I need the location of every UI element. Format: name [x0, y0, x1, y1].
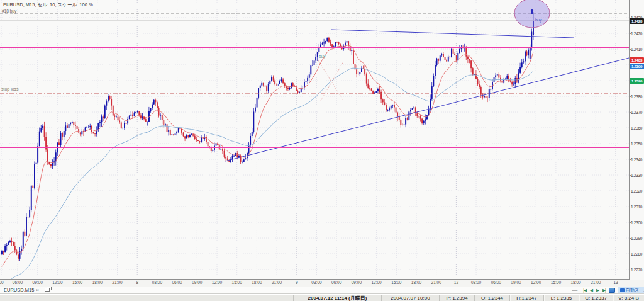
status-cell-2: P: 1.2394: [439, 295, 474, 301]
time-axis-label: 09:00: [352, 280, 362, 285]
stop-loss-label: stop loss: [1, 87, 19, 91]
time-axis-label: 00: [0, 280, 4, 285]
go-first-button[interactable]: |◀: [582, 287, 587, 293]
price-axis-label: 1.2420: [631, 31, 642, 36]
time-axis-label: 18:00: [570, 280, 580, 285]
time-axis-label: 21:00: [112, 280, 122, 285]
trade-marker-label: buy: [319, 54, 326, 59]
lower-trendline[interactable]: [225, 58, 629, 161]
price-axis-label: 1.2410: [631, 47, 642, 52]
time-axis-label: 15:00: [232, 280, 242, 285]
chart-tab-bar: EURUSD,M15 × — |◀ ◀ ▶ ▶| 自動ズーム: [0, 287, 644, 294]
chart-nav-toolbar: — |◀ ◀ ▶ ▶| 自動ズーム: [569, 287, 644, 294]
price-tag-1.2390: 1.2390: [630, 78, 644, 84]
chart-title: EURUSD, M15, セル: 10, スケール: 100 %: [3, 2, 93, 8]
price-axis-label: 1.2360: [631, 126, 642, 130]
trade-marker-label: buy: [535, 18, 542, 23]
trade-position-label: #18 buy: [2, 9, 16, 13]
time-axis-label: 03:00: [152, 280, 162, 285]
price-axis-label: 1.2350: [631, 142, 642, 146]
price-axis-label: 1.2320: [631, 189, 642, 193]
status-cell-3: O: 1.2344: [474, 295, 509, 301]
chart-plot-area[interactable]: buybuy EURUSD, M15, セル: 10, スケール: 100 % …: [0, 0, 630, 280]
time-axis-label: 15:00: [551, 280, 561, 285]
time-axis-label: 03:00: [471, 280, 481, 285]
status-cell-0: 2004.07.12 11:14 (月曜日): [293, 295, 381, 301]
time-axis-label: 06:00: [491, 280, 501, 285]
time-axis-label: 09:00: [192, 280, 202, 285]
price-axis-label: 1.2370: [631, 110, 642, 115]
ma-slow-line[interactable]: [2, 68, 533, 279]
price-axis-label: 1.2280: [631, 252, 642, 256]
time-axis-label: 12:00: [531, 280, 541, 285]
time-axis-label: 18:00: [92, 280, 103, 285]
tab-label: EURUSD,M15: [4, 287, 34, 293]
price-tag-1.2403: 1.2403: [630, 57, 644, 63]
time-axis-label: 06:00: [13, 280, 23, 285]
collapse-button[interactable]: —: [569, 287, 580, 293]
time-axis-label: 21:00: [591, 280, 601, 285]
time-axis-label: 18:00: [411, 280, 421, 285]
price-tag-1.2428: 1.2428: [630, 18, 644, 24]
upper-trendline[interactable]: [331, 30, 574, 38]
candles: [1, 12, 534, 261]
status-cell-5: L: 1.2335: [543, 295, 579, 301]
time-axis-label: 09:00: [511, 280, 521, 285]
price-axis-label: 1.2300: [631, 220, 642, 225]
time-axis-label: 03:00: [311, 280, 321, 285]
time-axis-label: 12:00: [371, 280, 381, 285]
step-back-button[interactable]: ◀: [589, 287, 593, 293]
price-axis-label: 1.2290: [631, 236, 642, 241]
time-axis-label: 12:00: [212, 280, 222, 285]
new-window-icon[interactable]: [45, 287, 52, 293]
time-axis-day-label: 13: [613, 280, 618, 285]
status-cell-6: C: 1.2337: [579, 295, 613, 301]
time-axis-label: 21:00: [431, 280, 441, 285]
price-axis-label: 1.2340: [631, 157, 642, 162]
status-bar: 2004.07.12 11:14 (月曜日)2004.07.07 10:00P:…: [0, 294, 644, 301]
price-axis-label: 1.2330: [631, 173, 642, 178]
go-last-button[interactable]: ▶|: [602, 287, 606, 293]
time-axis-label: 09:00: [33, 280, 43, 285]
auto-zoom-label: 自動ズーム: [626, 287, 644, 293]
tab-eurusd-m15[interactable]: EURUSD,M15 ×: [0, 287, 56, 294]
time-axis-label: 06:00: [331, 280, 341, 285]
auto-zoom-icon: [620, 288, 625, 292]
price-axis-label: 1.2380: [631, 94, 642, 99]
price-axis-label: 1.2270: [631, 268, 642, 272]
time-axis-label: 18:00: [252, 280, 262, 285]
time-axis-label: 06:00: [172, 280, 182, 285]
status-cell-1: 2004.07.07 10:00: [381, 295, 439, 301]
time-axis[interactable]: 0006:0009:0012:0015:0018:0021:00803:0006…: [0, 280, 644, 287]
ma-fast-line[interactable]: [2, 45, 533, 267]
price-chart-svg[interactable]: buybuy: [0, 0, 629, 279]
price-axis[interactable]: 1.24301.24201.24101.23801.23701.23601.23…: [630, 0, 644, 280]
time-axis-day-label: 8: [136, 280, 138, 285]
time-axis-day-label: 12: [454, 280, 458, 285]
status-cell-4: H:1.2347: [509, 295, 543, 301]
time-axis-label: 15:00: [391, 280, 401, 285]
time-axis-day-label: 9: [296, 280, 298, 285]
trading-terminal-window: buybuy EURUSD, M15, セル: 10, スケール: 100 % …: [0, 0, 644, 301]
tab-close-icon[interactable]: ×: [36, 288, 39, 293]
time-axis-label: 15:00: [72, 280, 82, 285]
price-tag-1.2399: 1.2399: [630, 64, 644, 69]
status-cell-7: V: 8.24 B: [613, 295, 644, 301]
chart-mode-icon[interactable]: [609, 288, 615, 293]
time-axis-label: 21:00: [272, 280, 282, 285]
step-forward-button[interactable]: ▶: [596, 287, 599, 293]
time-axis-label: 12:00: [52, 280, 62, 285]
auto-zoom-toggle[interactable]: 自動ズーム: [618, 287, 644, 293]
price-axis-label: 1.2310: [631, 205, 642, 209]
